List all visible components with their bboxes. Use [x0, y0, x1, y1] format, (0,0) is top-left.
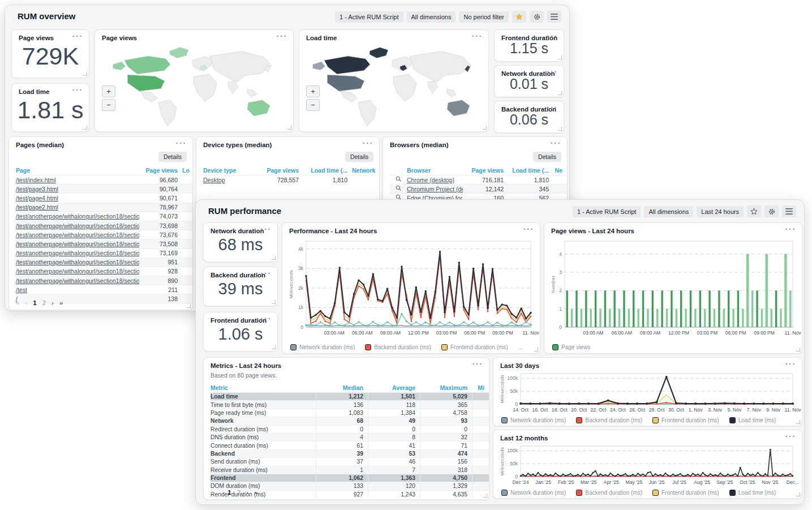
legend-item[interactable]: Load time (ms): [729, 417, 776, 423]
card-menu-icon[interactable]: [523, 224, 535, 234]
map-region-canada[interactable]: [324, 56, 370, 74]
column-header[interactable]: Average: [368, 383, 420, 392]
map-region-asia[interactable]: [410, 52, 471, 82]
page-link[interactable]: /test/anotherpage/withalongurl/section18…: [16, 259, 139, 265]
column-header[interactable]: Ne: [553, 167, 567, 174]
toolbar-filter-button[interactable]: 1 - Active RUM Script: [335, 11, 403, 23]
map-region-sea[interactable]: [247, 89, 256, 97]
browser-link[interactable]: Chromium Project (desktop): [407, 186, 463, 192]
pagination-item[interactable]: ‹: [25, 299, 27, 306]
page-link[interactable]: /test/anotherpage/withalongurl/section18…: [16, 241, 139, 247]
page-link[interactable]: /test/anotherpage/withalongurl/section18…: [16, 250, 139, 256]
column-header[interactable]: Network: [352, 167, 379, 174]
map-region-mexico[interactable]: [341, 91, 357, 102]
map-region-australia[interactable]: [447, 100, 470, 116]
map-region-south-america[interactable]: [158, 100, 177, 126]
legend-item[interactable]: Backend duration (ms): [365, 344, 431, 350]
legend-item[interactable]: Frontend duration (ms): [652, 417, 719, 423]
map-region-mexico[interactable]: [141, 91, 157, 102]
toolbar-filter-button[interactable]: All dimensions: [407, 11, 456, 23]
pagination-item[interactable]: 1: [227, 489, 231, 496]
map-region-canada[interactable]: [124, 56, 170, 74]
card-menu-icon[interactable]: [363, 138, 374, 148]
menu-hamburger-button[interactable]: [782, 205, 796, 217]
map-region-alaska[interactable]: [113, 62, 126, 70]
pagination-item[interactable]: »: [254, 489, 257, 496]
pagination-item[interactable]: «: [16, 299, 19, 306]
column-header[interactable]: Load time (...: [303, 167, 352, 174]
map-region-africa[interactable]: [393, 74, 416, 101]
page-link[interactable]: /test/page2.html: [16, 204, 58, 211]
column-header[interactable]: Maximum: [420, 383, 472, 392]
legend-item[interactable]: Backend duration (ms): [576, 490, 642, 496]
column-header[interactable]: Mi: [472, 383, 489, 392]
card-menu-icon[interactable]: [547, 31, 558, 41]
legend-item[interactable]: Backend duration (ms): [576, 417, 642, 423]
card-menu-icon[interactable]: [472, 31, 483, 41]
card-menu-icon[interactable]: [261, 224, 272, 234]
map-region-usa[interactable]: [327, 75, 364, 91]
browser-link[interactable]: Chrome (desktop): [407, 177, 454, 183]
map-region-asia[interactable]: [210, 52, 272, 82]
legend-item[interactable]: ...: [518, 344, 523, 350]
pagination-item[interactable]: 1: [33, 299, 36, 306]
page-link[interactable]: /test: [16, 286, 27, 293]
pagination-item[interactable]: «: [210, 489, 214, 496]
toolbar-filter-button[interactable]: All dimensions: [644, 206, 693, 217]
page-link[interactable]: /test/anotherpage/withalongurl/section18…: [16, 213, 139, 220]
card-menu-icon[interactable]: [176, 138, 187, 148]
map-region-australia[interactable]: [247, 100, 270, 116]
legend-item[interactable]: Load time (ms): [729, 490, 776, 496]
map-region-greenland[interactable]: [170, 48, 188, 58]
toolbar-filter-button[interactable]: Last 24 hours: [697, 206, 744, 217]
map-region-sea[interactable]: [447, 89, 456, 97]
legend-item[interactable]: Network duration (ms): [501, 490, 566, 496]
map-region-india[interactable]: [227, 81, 238, 93]
toolbar-filter-button[interactable]: 1 - Active RUM Script: [573, 206, 641, 217]
legend-item[interactable]: Frontend duration (ms): [652, 490, 719, 496]
map-region-india[interactable]: [427, 81, 437, 93]
map-zoom-out-button[interactable]: −: [306, 99, 320, 111]
page-link[interactable]: /test/page4.html: [16, 195, 58, 202]
details-button[interactable]: Details: [345, 152, 373, 162]
column-header[interactable]: Page views: [250, 167, 303, 174]
card-menu-icon[interactable]: [547, 102, 558, 112]
card-menu-icon[interactable]: [551, 138, 562, 148]
legend-item[interactable]: Network duration (ms): [501, 417, 566, 423]
card-menu-icon[interactable]: [72, 85, 84, 95]
details-button[interactable]: Details: [533, 152, 561, 162]
card-menu-icon[interactable]: [261, 268, 272, 278]
favorite-star-button[interactable]: [747, 205, 761, 217]
column-header[interactable]: Browser: [407, 167, 463, 174]
card-menu-icon[interactable]: [547, 67, 558, 76]
settings-gear-button[interactable]: [764, 205, 779, 217]
page-link[interactable]: /test/anotherpage/withalongurl/section18…: [16, 222, 139, 229]
column-header[interactable]: Median: [316, 383, 368, 392]
pagination-item[interactable]: 2: [237, 489, 240, 496]
card-menu-icon[interactable]: [277, 31, 288, 41]
card-menu-icon[interactable]: [72, 31, 84, 41]
map-region-usa[interactable]: [127, 75, 165, 91]
row-search-button[interactable]: [390, 176, 407, 183]
legend-item[interactable]: Frontend duration (ms): [441, 344, 508, 350]
map-region-greenland[interactable]: [370, 48, 388, 58]
column-header[interactable]: Page: [16, 167, 139, 174]
legend-item[interactable]: Page views: [552, 344, 590, 350]
column-header[interactable]: Metric: [210, 384, 316, 391]
pagination-item[interactable]: »: [59, 299, 63, 306]
pagination-item[interactable]: ‹: [220, 489, 222, 496]
row-search-button[interactable]: [390, 185, 407, 192]
page-link[interactable]: /test/anotherpage/withalongurl/section18…: [16, 268, 139, 275]
card-menu-icon[interactable]: [785, 224, 797, 234]
column-header[interactable]: Load time (...: [508, 167, 553, 174]
column-header[interactable]: Device type: [203, 167, 250, 174]
pagination-item[interactable]: ›: [51, 299, 54, 306]
page-link[interactable]: /test/anotherpage/withalongurl/section18…: [16, 277, 139, 284]
map-region-africa[interactable]: [194, 74, 217, 101]
page-link[interactable]: /test/anotherpage/withalongurl/section18…: [16, 232, 139, 238]
details-button[interactable]: Details: [158, 152, 187, 162]
card-menu-icon[interactable]: [261, 314, 272, 323]
column-header[interactable]: Page views: [463, 167, 508, 174]
map-zoom-out-button[interactable]: −: [102, 99, 115, 111]
pagination-item[interactable]: ›: [246, 489, 248, 496]
